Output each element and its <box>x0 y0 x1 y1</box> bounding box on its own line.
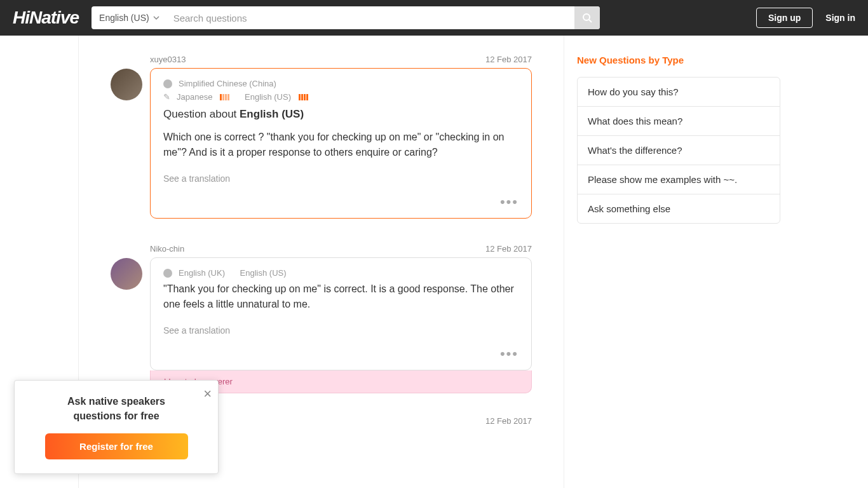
level-bars <box>220 94 229 100</box>
search-icon <box>582 13 592 23</box>
question-date: 12 Feb 2017 <box>485 55 532 64</box>
answer-date: 12 Feb 2017 <box>485 416 532 426</box>
question-post: xuye0313 12 Feb 2017 Simplified Chinese … <box>111 55 532 219</box>
modal-line2: questions for free <box>73 410 159 421</box>
sidebar-item[interactable]: Please show me examples with ~~. <box>578 165 780 194</box>
question-card: Simplified Chinese (China) ✎ Japanese En… <box>150 68 532 219</box>
sidebar-item[interactable]: How do you say this? <box>578 78 780 107</box>
answer-card: English (UK) English (US) "Thank you for… <box>150 257 532 370</box>
avatar[interactable] <box>111 258 142 290</box>
answer-language-0: English (UK) <box>179 268 225 278</box>
answer-username[interactable]: Niko-chin <box>150 244 184 254</box>
site-header: HiNative English (US) Sign up Sign in <box>0 0 868 36</box>
question-username[interactable]: xuye0313 <box>150 55 186 64</box>
answer-language-1: English (US) <box>240 268 287 278</box>
answer-post: Niko-chin 12 Feb 2017 English (UK) Engli… <box>111 244 532 370</box>
see-translation-link[interactable]: See a translation <box>163 173 230 184</box>
close-button[interactable]: × <box>203 386 212 402</box>
sidebar-title: New Questions by Type <box>577 55 780 65</box>
search-input[interactable] <box>167 13 574 24</box>
sidebar: New Questions by Type How do you say thi… <box>564 36 780 224</box>
language-selector[interactable]: English (US) <box>92 6 167 29</box>
learning-language-0: Japanese <box>177 92 212 102</box>
see-translation-link[interactable]: See a translation <box>163 325 230 336</box>
signup-button[interactable]: Sign up <box>756 8 813 28</box>
search-button[interactable] <box>574 6 600 29</box>
register-modal: × Ask native speakers questions for free… <box>14 380 219 474</box>
sidebar-item[interactable]: What does this mean? <box>578 107 780 136</box>
question-title-prefix: Question about <box>163 108 240 120</box>
learning-language-1: English (US) <box>245 92 291 102</box>
svg-line-1 <box>589 20 592 22</box>
modal-text: Ask native speakers questions for free <box>29 395 204 423</box>
answer-body: "Thank you for checking up on me" is cor… <box>163 281 519 312</box>
language-selector-label: English (US) <box>99 13 149 23</box>
pencil-icon: ✎ <box>163 92 170 102</box>
avatar[interactable] <box>111 69 142 100</box>
sidebar-list: How do you say this? What does this mean… <box>577 77 780 224</box>
more-options-icon[interactable]: ••• <box>500 347 519 361</box>
speech-icon <box>163 269 172 278</box>
chevron-down-icon <box>153 15 159 21</box>
close-icon: × <box>203 386 212 402</box>
modal-line1: Ask native speakers <box>67 396 165 407</box>
more-options-icon[interactable]: ••• <box>500 195 519 209</box>
level-bars <box>299 94 308 100</box>
sidebar-item[interactable]: Ask something else <box>578 194 780 223</box>
question-title: Question about English (US) <box>163 108 519 121</box>
register-button[interactable]: Register for free <box>45 433 188 459</box>
logo[interactable]: HiNative <box>13 8 79 28</box>
native-language: Simplified Chinese (China) <box>179 79 276 88</box>
speech-icon <box>163 79 172 88</box>
svg-point-0 <box>583 14 590 20</box>
search-bar: English (US) <box>92 6 600 29</box>
answer-date: 12 Feb 2017 <box>485 244 532 254</box>
sidebar-item[interactable]: What's the difference? <box>578 136 780 165</box>
signin-link[interactable]: Sign in <box>825 13 855 23</box>
question-body: Which one is correct ? "thank you for ch… <box>163 130 519 160</box>
svg-point-2 <box>165 81 170 86</box>
question-title-lang: English (US) <box>240 108 304 120</box>
